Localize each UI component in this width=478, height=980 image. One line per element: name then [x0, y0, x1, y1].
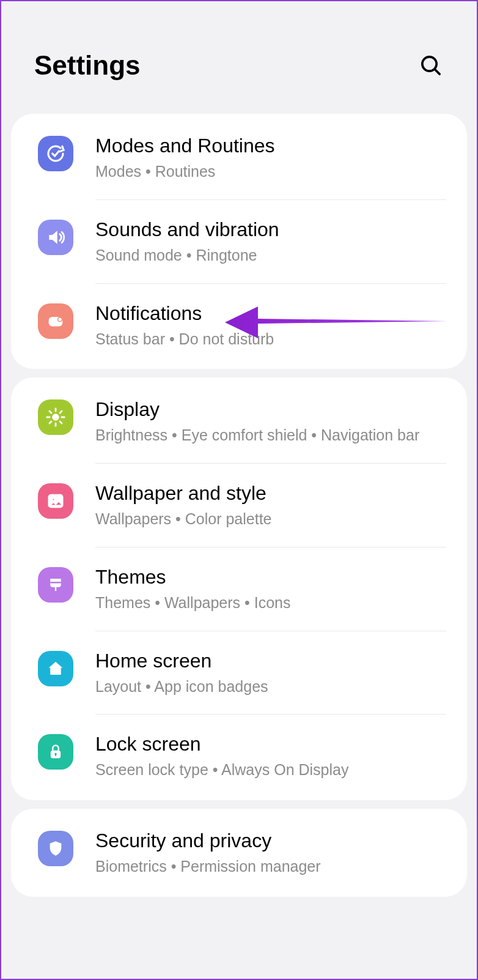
settings-item-lock[interactable]: Lock screen Screen lock type • Always On… — [11, 715, 467, 798]
brush-icon — [38, 567, 73, 603]
item-title: Security and privacy — [95, 828, 446, 853]
item-subtitle: Themes • Wallpapers • Icons — [95, 593, 446, 614]
svg-point-4 — [52, 414, 59, 421]
svg-point-3 — [58, 317, 62, 321]
svg-point-14 — [52, 498, 55, 501]
settings-item-security[interactable]: Security and privacy Biometrics • Permis… — [11, 811, 467, 894]
settings-group: Security and privacy Biometrics • Permis… — [11, 809, 467, 897]
item-subtitle: Screen lock type • Always On Display — [95, 760, 446, 781]
item-title: Notifications — [95, 301, 446, 325]
svg-line-10 — [60, 421, 62, 423]
image-icon — [38, 483, 73, 519]
settings-item-notifications[interactable]: Notifications Status bar • Do not distur… — [11, 284, 467, 367]
item-subtitle: Sound mode • Ringtone — [95, 245, 446, 266]
item-title: Modes and Routines — [95, 133, 446, 158]
modes-icon — [38, 136, 73, 171]
svg-line-11 — [50, 421, 51, 423]
settings-group: Display Brightness • Eye comfort shield … — [11, 377, 467, 800]
settings-item-wallpaper[interactable]: Wallpaper and style Wallpapers • Color p… — [11, 464, 467, 547]
notifications-icon — [38, 303, 73, 339]
item-title: Themes — [95, 565, 446, 589]
svg-rect-15 — [50, 582, 61, 584]
search-button[interactable] — [418, 53, 444, 78]
svg-line-1 — [435, 69, 439, 74]
svg-line-9 — [50, 411, 51, 413]
item-title: Sounds and vibration — [95, 217, 446, 242]
volume-icon — [38, 220, 73, 255]
settings-item-home[interactable]: Home screen Layout • App icon badges — [11, 631, 467, 715]
settings-header: Settings — [1, 1, 477, 105]
item-subtitle: Modes • Routines — [95, 161, 446, 182]
page-title: Settings — [34, 50, 141, 81]
svg-line-12 — [60, 411, 62, 413]
search-icon — [419, 53, 443, 78]
settings-item-themes[interactable]: Themes Themes • Wallpapers • Icons — [11, 548, 467, 631]
settings-item-display[interactable]: Display Brightness • Eye comfort shield … — [11, 380, 467, 463]
shield-icon — [38, 831, 73, 866]
settings-item-sounds[interactable]: Sounds and vibration Sound mode • Ringto… — [11, 200, 467, 283]
item-subtitle: Layout • App icon badges — [95, 677, 446, 697]
lock-icon — [38, 734, 73, 770]
svg-rect-18 — [55, 754, 56, 757]
item-subtitle: Biometrics • Permission manager — [95, 856, 446, 877]
item-subtitle: Wallpapers • Color palette — [95, 509, 446, 530]
home-icon — [38, 651, 73, 686]
settings-group: Modes and Routines Modes • Routines Soun… — [11, 114, 467, 369]
sun-icon — [38, 399, 73, 435]
item-subtitle: Brightness • Eye comfort shield • Naviga… — [95, 425, 446, 446]
item-title: Lock screen — [95, 732, 446, 756]
item-title: Wallpaper and style — [95, 481, 446, 505]
settings-item-modes[interactable]: Modes and Routines Modes • Routines — [11, 116, 467, 199]
item-subtitle: Status bar • Do not disturb — [95, 329, 446, 350]
item-title: Display — [95, 397, 446, 421]
item-title: Home screen — [95, 648, 446, 673]
